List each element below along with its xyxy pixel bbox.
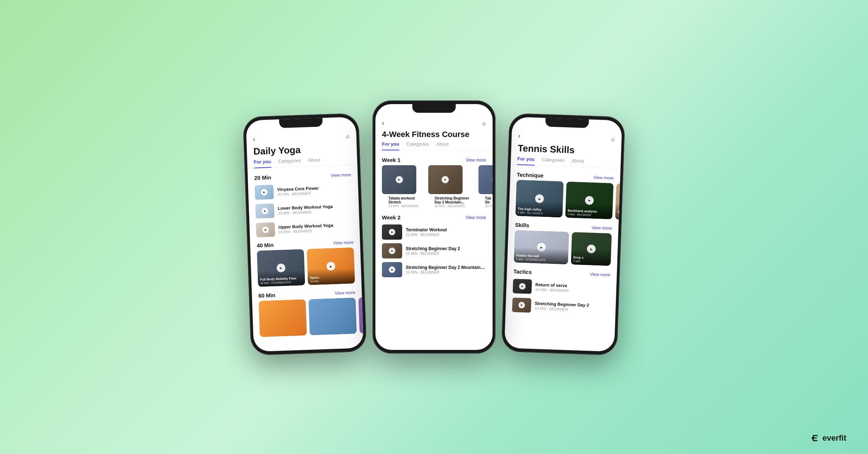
info-return-serve: Return of serve 10 MIN · BEGINNER <box>535 282 610 294</box>
section-title-tactics: Tactics <box>513 268 532 275</box>
meta-stretch2: 10 MIN · BEGINNER <box>406 252 486 256</box>
view-more-40min[interactable]: View more <box>333 240 354 245</box>
tab-for-you-right[interactable]: For you <box>517 156 535 166</box>
label-high-volley: The high volley5 MIN · ALL LEVELS <box>515 200 563 218</box>
week1-cards: ▶ Tabata workoutStretch 10 MIN · BEGINNE… <box>375 165 493 208</box>
view-more-60min[interactable]: View more <box>335 290 356 296</box>
card-flatten[interactable]: ▶ Flatten the ball5 MIN · INTERMEDIATE <box>514 230 569 264</box>
week2-item-terminator[interactable]: ▶ Terminator Workout 10 MIN · BEGINNER <box>375 223 493 241</box>
back-button-left[interactable]: ‹ <box>253 136 255 143</box>
tab-for-you-left[interactable]: For you <box>254 159 271 168</box>
play-week1-2[interactable]: ▶ <box>442 176 449 183</box>
week1-card2-title: Stretching BeginnerDay 2 Mountain... <box>428 196 476 204</box>
thumb-tactics-2: ▶ <box>512 297 531 313</box>
card-row-60min <box>252 297 363 338</box>
search-button-center[interactable]: ⌕ <box>482 120 486 127</box>
play-return-serve[interactable]: ▶ <box>519 283 526 290</box>
app-title-center: 4-Week Fitness Course <box>375 128 493 141</box>
title-mountain: Stretching Beginner Day 2 Mountain Climb… <box>406 265 486 270</box>
section-title-skills: Skills <box>515 222 529 228</box>
notch-left <box>279 118 323 128</box>
section-title-40min: 40 Min <box>256 242 273 249</box>
week1-card1-meta: 10 MIN · BEGINNER <box>382 204 425 208</box>
tab-categories-right[interactable]: Categories <box>542 157 565 166</box>
week1-card-3[interactable]: ▶ <box>478 165 493 194</box>
info-tactics-2: Stretching Beginner Day 2 10 MIN · BEGIN… <box>535 301 609 313</box>
play-upper-body[interactable]: ▶ <box>262 226 269 233</box>
week2-item-mountain[interactable]: ▶ Stretching Beginner Day 2 Mountain Cli… <box>375 260 493 279</box>
view-more-tactics[interactable]: View more <box>590 271 610 277</box>
thumb-vinyasa: ▶ <box>255 185 274 200</box>
week1-card3-meta: 10 M <box>478 204 493 208</box>
view-more-20min[interactable]: View more <box>331 172 351 178</box>
thumb-return-serve: ▶ <box>513 279 532 294</box>
card-60-3[interactable] <box>358 297 363 334</box>
week1-card1-title: Tabata workoutStretch <box>382 196 425 204</box>
play-mountain[interactable]: ▶ <box>389 266 395 273</box>
card-spine[interactable]: ▶ Spine-40 MIN <box>307 247 355 285</box>
label-backhand: Backhand analysis5 MIN · BEGINNER <box>565 202 613 219</box>
tab-categories-center[interactable]: Categories <box>407 141 429 150</box>
tab-for-you-center[interactable]: For you <box>382 141 399 150</box>
search-button-right[interactable]: ⌕ <box>611 136 615 142</box>
screen-right: ‹ ⌕ Tennis Skills For you Categories Abo… <box>504 117 622 352</box>
tab-about-center[interactable]: About <box>437 141 449 150</box>
week1-card-1[interactable]: ▶ <box>382 165 416 194</box>
card-60-2[interactable] <box>309 297 357 335</box>
section-title-technique: Technique <box>517 171 544 179</box>
card-backhand[interactable]: ▶ Backhand analysis5 MIN · BEGINNER <box>565 181 613 219</box>
section-header-week2: Week 2 View more <box>375 211 493 223</box>
list-item-tactics-2[interactable]: ▶ Stretching Beginner Day 2 10 MIN · BEG… <box>506 295 616 318</box>
tab-about-left[interactable]: About <box>308 157 321 166</box>
meta-mountain: 10 MIN · BEGINNER <box>406 270 486 274</box>
play-terminator[interactable]: ▶ <box>389 229 395 235</box>
search-button-left[interactable]: ⌕ <box>346 133 350 139</box>
title-terminator: Terminator Workout <box>406 227 486 232</box>
phone-tennis-skills: ‹ ⌕ Tennis Skills For you Categories Abo… <box>501 113 625 356</box>
week1-card2-meta: 10 MIN · BEGINNER <box>428 204 476 208</box>
view-more-technique[interactable]: View more <box>593 175 614 180</box>
thumb-mountain: ▶ <box>382 262 402 277</box>
play-tactics-2[interactable]: ▶ <box>518 302 525 309</box>
play-week1-1[interactable]: ▶ <box>396 176 403 183</box>
thumb-lower-body: ▶ <box>255 204 275 219</box>
play-stretch2[interactable]: ▶ <box>389 248 395 254</box>
thumb-terminator: ▶ <box>382 224 402 240</box>
section-title-week2: Week 2 <box>382 214 400 220</box>
label-ta: Ta10 <box>615 204 620 219</box>
card-row-technique: ▶ The high volley5 MIN · ALL LEVELS ▶ Ba… <box>509 180 620 220</box>
card-ta[interactable]: Ta10 <box>615 183 620 219</box>
app-header-center: ‹ ⌕ <box>375 117 493 128</box>
view-more-week1[interactable]: View more <box>466 158 486 163</box>
section-header-week1: Week 1 View more <box>375 154 493 165</box>
card-60-1[interactable] <box>259 299 307 337</box>
phone-daily-yoga: ‹ ⌕ Daily Yoga For you Categories About … <box>243 113 367 356</box>
tabs-center: For you Categories About <box>375 141 493 150</box>
view-more-week2[interactable]: View more <box>466 215 486 220</box>
info-mountain: Stretching Beginner Day 2 Mountain Climb… <box>406 265 486 274</box>
notch-right <box>545 118 589 128</box>
tab-about-right[interactable]: About <box>571 158 584 167</box>
info-lower-body: Lower Body Workout Yoga 20 MIN · BEGINNE… <box>278 203 353 215</box>
play-vinyasa[interactable]: ▶ <box>261 189 268 196</box>
play-lower-body[interactable]: ▶ <box>261 207 268 214</box>
label-full-body: Full Body Mobility Flow40 MIN · INTERMED… <box>258 270 305 287</box>
week1-card3-title: TabStr <box>478 196 493 204</box>
everfit-logo: everfit <box>810 433 846 443</box>
label-spine: Spine-40 MIN <box>307 268 355 285</box>
card-high-volley[interactable]: ▶ The high volley5 MIN · ALL LEVELS <box>515 180 563 217</box>
screen-center: ‹ ⌕ 4-Week Fitness Course For you Catego… <box>375 104 493 350</box>
view-more-skills[interactable]: View more <box>591 225 612 231</box>
week1-card-2[interactable]: ▶ <box>428 165 463 194</box>
week2-item-stretch2[interactable]: ▶ Stretching Beginner Day 2 10 MIN · BEG… <box>375 241 493 260</box>
back-button-right[interactable]: ‹ <box>518 132 520 140</box>
card-row-skills: ▶ Flatten the ball5 MIN · INTERMEDIATE ▶… <box>507 230 618 266</box>
card-drop[interactable]: ▶ Drop s5 MIN <box>571 232 612 266</box>
title-stretch2: Stretching Beginner Day 2 <box>406 246 486 251</box>
back-button-center[interactable]: ‹ <box>382 119 384 127</box>
card-full-body[interactable]: ▶ Full Body Mobility Flow40 MIN · INTERM… <box>257 249 305 287</box>
phones-container: ‹ ⌕ Daily Yoga For you Categories About … <box>247 100 621 354</box>
label-flatten: Flatten the ball5 MIN · INTERMEDIATE <box>514 247 568 264</box>
tab-categories-left[interactable]: Categories <box>278 158 301 167</box>
play-week1-3[interactable]: ▶ <box>492 176 493 183</box>
